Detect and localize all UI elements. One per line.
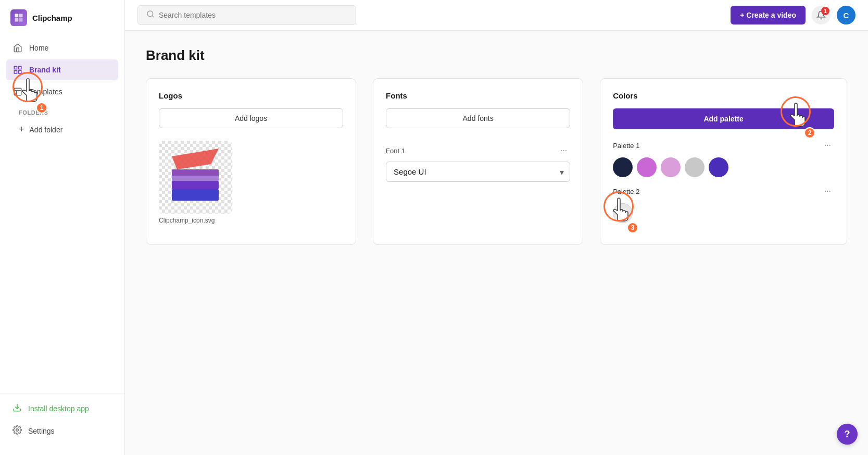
sidebar-item-label-brand-kit: Brand kit xyxy=(29,66,61,74)
svg-rect-8 xyxy=(14,88,21,95)
add-folder-label: Add folder xyxy=(30,126,63,134)
sidebar-bottom: Install desktop app Settings xyxy=(0,393,124,447)
logo-icon xyxy=(10,9,27,26)
font1-label: Font 1 xyxy=(386,147,405,155)
logo-filename: Clipchamp_icon.svg xyxy=(159,217,343,224)
svg-rect-1 xyxy=(19,14,23,18)
svg-rect-18 xyxy=(172,181,219,189)
svg-rect-3 xyxy=(19,18,23,22)
font1-more-button[interactable]: ··· xyxy=(557,145,570,156)
palette-1-swatches xyxy=(613,157,834,177)
plus-icon: + xyxy=(19,124,24,135)
svg-rect-6 xyxy=(14,71,17,73)
create-video-label: + Create a video xyxy=(740,11,796,19)
palette-2-name: Palette 2 xyxy=(613,188,639,195)
notifications-button[interactable]: 1 xyxy=(812,6,831,24)
palette-1-name: Palette 1 xyxy=(613,142,639,150)
svg-rect-5 xyxy=(19,66,21,69)
sidebar: Clipchamp Home Brand kit xyxy=(0,0,125,455)
svg-point-13 xyxy=(147,11,153,17)
svg-point-12 xyxy=(16,429,19,432)
main-content: + Create a video 1 C Brand kit Logos Add… xyxy=(125,0,868,455)
add-palette-button[interactable]: Add palette xyxy=(613,108,834,129)
font1-section: Font 1 ··· Segoe UI Arial Calibri Times … xyxy=(386,145,570,182)
swatch-1-1[interactable] xyxy=(613,157,633,177)
fonts-card: Fonts Add fonts Font 1 ··· Segoe UI Aria… xyxy=(373,78,583,245)
sidebar-item-templates[interactable]: Templates 1 xyxy=(6,81,118,102)
fonts-card-title: Fonts xyxy=(386,91,570,100)
swatch-2-1[interactable] xyxy=(613,203,633,223)
colors-card-title: Colors xyxy=(613,91,834,100)
palette-2-section: Palette 2 ··· 3 xyxy=(613,186,834,223)
add-palette-wrap: Add palette 2 xyxy=(613,108,834,140)
create-video-button[interactable]: + Create a video xyxy=(731,6,806,24)
home-icon xyxy=(12,43,23,53)
settings-label: Settings xyxy=(28,427,55,435)
page-title: Brand kit xyxy=(146,47,847,64)
palette-1-more-button[interactable]: ··· xyxy=(821,140,834,151)
add-fonts-button[interactable]: Add fonts xyxy=(386,108,570,128)
page-content: Brand kit Logos Add logos xyxy=(125,31,868,262)
palette-2-row: Palette 2 ··· xyxy=(613,186,834,197)
logos-card: Logos Add logos xyxy=(146,78,356,245)
swatch-1-4[interactable] xyxy=(685,157,705,177)
font1-header: Font 1 ··· xyxy=(386,145,570,156)
sidebar-item-label-templates: Templates xyxy=(29,88,62,96)
install-desktop-item[interactable]: Install desktop app xyxy=(6,398,118,419)
palette-2-swatches: 3 xyxy=(613,203,834,223)
font1-select-wrap: Segoe UI Arial Calibri Times New Roman V… xyxy=(386,162,570,182)
search-box[interactable] xyxy=(137,5,356,25)
svg-rect-7 xyxy=(19,71,21,73)
help-button[interactable]: ? xyxy=(837,424,858,445)
svg-rect-4 xyxy=(14,66,17,69)
logo-preview xyxy=(159,141,232,214)
svg-rect-19 xyxy=(172,189,219,201)
topbar: + Create a video 1 C xyxy=(125,0,868,31)
search-icon xyxy=(146,10,155,20)
clipchamp-icon xyxy=(159,141,232,214)
sidebar-item-label-home: Home xyxy=(29,44,48,52)
colors-card: Colors Add palette 2 xyxy=(600,78,847,245)
app-logo: Clipchamp xyxy=(0,0,124,35)
palette-1-row: Palette 1 ··· xyxy=(613,140,834,151)
swatch-1-3[interactable] xyxy=(661,157,681,177)
sidebar-item-brand-kit[interactable]: Brand kit xyxy=(6,59,118,80)
svg-line-14 xyxy=(152,16,154,17)
brand-kit-icon xyxy=(12,65,23,75)
palette-2-more-button[interactable]: ··· xyxy=(821,186,834,197)
templates-icon xyxy=(12,87,23,97)
swatch-1-2[interactable] xyxy=(637,157,657,177)
logo-preview-area: Clipchamp_icon.svg xyxy=(159,141,343,224)
sidebar-nav: Home Brand kit xyxy=(0,35,124,393)
notification-badge: 1 xyxy=(821,7,829,15)
add-logos-button[interactable]: Add logos xyxy=(159,108,343,128)
settings-icon xyxy=(12,425,22,436)
svg-rect-20 xyxy=(172,176,219,181)
user-avatar[interactable]: C xyxy=(837,6,856,24)
palette-1-section: Palette 1 ··· xyxy=(613,140,834,177)
font1-select[interactable]: Segoe UI Arial Calibri Times New Roman V… xyxy=(386,162,570,182)
cards-row: Logos Add logos xyxy=(146,78,847,245)
folders-section-title: FOLDERS xyxy=(6,103,118,119)
logos-card-title: Logos xyxy=(159,91,343,100)
topbar-right: + Create a video 1 C xyxy=(731,6,856,24)
search-input[interactable] xyxy=(159,11,347,19)
svg-rect-2 xyxy=(15,18,19,22)
settings-item[interactable]: Settings xyxy=(6,420,118,441)
sidebar-item-home[interactable]: Home xyxy=(6,38,118,58)
app-name: Clipchamp xyxy=(32,14,72,22)
swatch-1-5[interactable] xyxy=(709,157,728,177)
install-icon xyxy=(12,403,22,414)
add-folder-button[interactable]: + Add folder xyxy=(6,119,118,140)
svg-rect-0 xyxy=(15,14,19,18)
install-label: Install desktop app xyxy=(28,404,89,413)
